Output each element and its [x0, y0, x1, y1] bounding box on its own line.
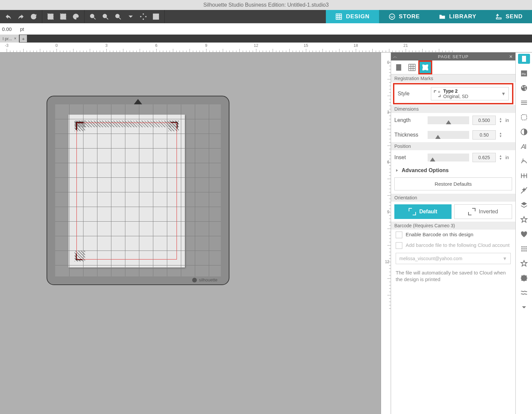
zoom-selection-icon[interactable] [114, 12, 122, 21]
svg-rect-0 [48, 14, 54, 20]
tab-send[interactable]: SEND [486, 10, 532, 23]
length-unit: in [505, 118, 512, 123]
thickness-slider[interactable] [428, 131, 469, 139]
sparkle-icon[interactable] [518, 185, 530, 195]
zoom-out-icon[interactable] [101, 12, 110, 21]
svg-point-45 [523, 246, 525, 248]
trace-icon[interactable] [518, 112, 530, 122]
length-input[interactable] [472, 116, 496, 125]
stroke-width-input[interactable] [2, 26, 18, 32]
restore-defaults-button[interactable]: Restore Defaults [394, 177, 512, 190]
layers-icon[interactable] [518, 200, 530, 210]
add-tab-button[interactable]: + [20, 35, 27, 42]
svg-point-47 [521, 248, 523, 250]
mat-brand: silhouette [192, 277, 217, 282]
brand-dot-icon [192, 278, 197, 282]
wave-icon[interactable] [518, 288, 530, 298]
thickness-label: Thickness [394, 132, 424, 138]
refresh-icon[interactable] [29, 12, 38, 21]
panel-tab-registration[interactable] [420, 62, 431, 73]
star-favorite-icon[interactable] [518, 259, 530, 268]
fill-palette-icon[interactable] [518, 83, 530, 93]
page[interactable] [68, 115, 185, 267]
svg-rect-34 [521, 115, 527, 120]
style-label: Style [398, 91, 428, 97]
text-path-icon[interactable]: A [518, 156, 530, 166]
inset-label: Inset [394, 155, 424, 160]
svg-rect-23 [423, 65, 428, 70]
cut-boundary [76, 123, 177, 259]
align-icon[interactable] [518, 171, 530, 181]
dots-icon[interactable] [518, 244, 530, 254]
style-value-title: Type 2 [443, 88, 468, 94]
ruler-vertical: 036912 [381, 52, 391, 414]
zoom-dropdown-icon[interactable] [126, 12, 135, 21]
advanced-options-toggle[interactable]: Advanced Options [391, 165, 515, 176]
cloud-barcode-label: Add barcode file to the following Cloud … [406, 242, 510, 248]
heart-icon[interactable] [518, 229, 530, 239]
section-barcode: Barcode (Requires Cameo 3) [391, 222, 515, 230]
palette-icon[interactable] [71, 12, 80, 21]
svg-point-28 [522, 86, 523, 88]
orientation-default-icon [409, 208, 416, 215]
length-slider[interactable] [428, 116, 469, 124]
panel-tab-grid[interactable] [406, 62, 418, 73]
send-icon [495, 13, 502, 20]
inset-input[interactable] [472, 153, 496, 162]
section-position: Position [391, 142, 515, 150]
svg-point-27 [521, 85, 527, 91]
workspace: silhouette 036912 ︿ PAGE SETUP ✕ Registr… [0, 52, 532, 414]
puzzle-icon[interactable] [518, 273, 530, 283]
panel-close-icon[interactable]: ✕ [507, 54, 515, 59]
main-toolbar: DESIGN STORE LIBRARY SEND [0, 10, 532, 23]
orientation-default-button[interactable]: Default [394, 204, 452, 219]
document-tab[interactable]: l pr... × [0, 35, 19, 43]
panel-tab-page[interactable] [393, 62, 404, 73]
select-all-icon[interactable] [46, 12, 55, 21]
inset-slider[interactable] [428, 154, 469, 161]
scroll-down-icon[interactable] [518, 302, 530, 312]
line-style-icon[interactable] [518, 98, 530, 108]
undo-icon[interactable] [4, 12, 13, 21]
close-tab-icon[interactable]: × [14, 36, 16, 41]
section-dimensions: Dimensions [391, 105, 515, 113]
cloud-barcode-checkbox[interactable] [396, 242, 402, 249]
fit-screen-icon[interactable] [152, 12, 160, 21]
right-toolstrip: Pix A A [515, 52, 532, 414]
svg-line-4 [94, 18, 96, 20]
star-outline-icon[interactable] [518, 215, 530, 225]
cloud-account-dropdown[interactable]: melissa_viscount@yahoo.com ▼ [396, 253, 511, 264]
section-orientation: Orientation [391, 194, 515, 202]
orientation-inverted-button[interactable]: Inverted [454, 204, 512, 219]
enable-barcode-label: Enable Barcode on this design [406, 232, 473, 237]
deselect-icon[interactable] [59, 12, 67, 21]
svg-point-29 [524, 86, 526, 87]
redo-icon[interactable] [17, 12, 25, 21]
ruler-horizontal: -3036912151821 [0, 43, 532, 52]
svg-point-48 [523, 248, 525, 250]
contrast-icon[interactable] [518, 127, 530, 137]
zoom-in-icon[interactable] [88, 12, 97, 21]
cloud-note: The file will automatically be saved to … [391, 266, 515, 286]
inset-spinner[interactable]: ▲▼ [499, 155, 502, 160]
inset-unit: in [505, 155, 512, 160]
text-style-icon[interactable]: A [518, 142, 530, 152]
tab-library[interactable]: LIBRARY [429, 10, 486, 23]
tab-send-label: SEND [506, 13, 523, 20]
regmark-type-icon [434, 90, 441, 97]
tab-store[interactable]: STORE [379, 10, 429, 23]
tab-design[interactable]: DESIGN [326, 10, 379, 23]
enable-barcode-checkbox[interactable] [396, 232, 402, 238]
pixscan-icon[interactable]: Pix [518, 68, 530, 78]
canvas-area[interactable]: silhouette [0, 52, 391, 414]
svg-point-52 [525, 250, 527, 252]
svg-point-30 [525, 88, 526, 90]
thickness-spinner[interactable]: ▲▼ [499, 132, 502, 138]
pan-icon[interactable] [139, 12, 148, 21]
page-setup-icon[interactable] [518, 54, 530, 64]
svg-text:Pix: Pix [522, 72, 526, 76]
thickness-input[interactable] [472, 130, 496, 140]
length-spinner[interactable]: ▲▼ [499, 117, 502, 123]
style-dropdown[interactable]: Type 2 Original, SD ▼ [431, 87, 509, 100]
panel-collapse-icon[interactable]: ︿ [391, 53, 400, 59]
